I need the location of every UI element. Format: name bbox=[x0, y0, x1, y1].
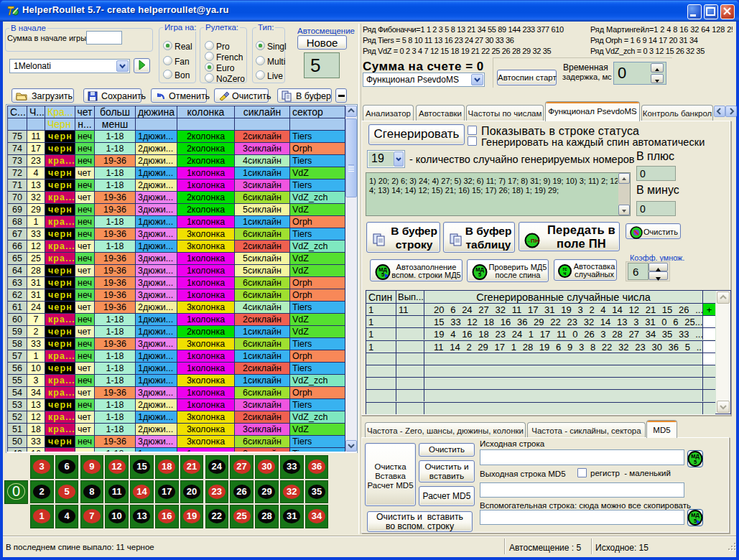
svg-text:→ПН: →ПН bbox=[525, 238, 539, 244]
svg-text:5: 5 bbox=[694, 518, 697, 524]
svg-text:5: 5 bbox=[381, 271, 384, 278]
svg-text:ч: ч bbox=[564, 271, 567, 276]
svg-text:5: 5 bbox=[478, 271, 481, 278]
svg-text:5: 5 bbox=[694, 459, 697, 465]
